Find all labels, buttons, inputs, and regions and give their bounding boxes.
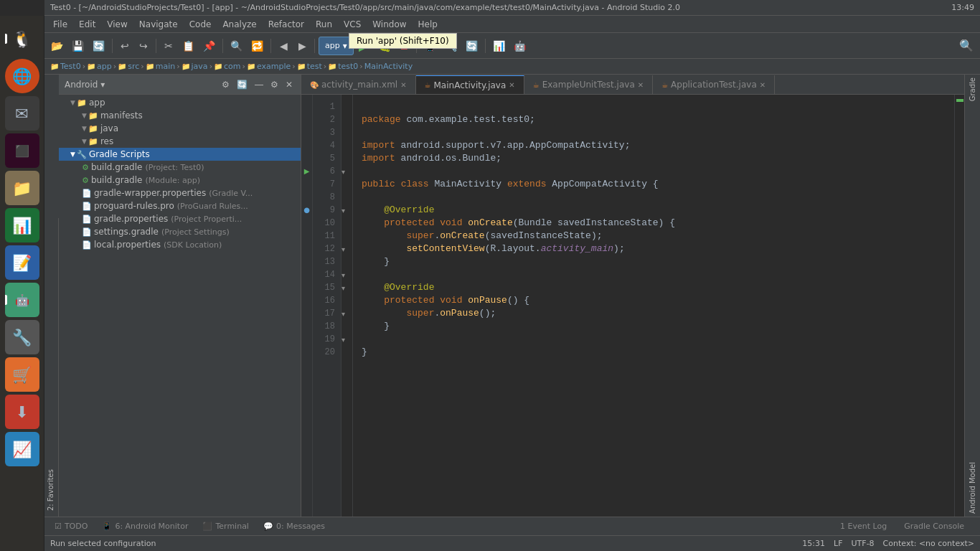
- toolbar-nav-back[interactable]: ◀: [275, 36, 292, 56]
- toolbar-nav-fwd[interactable]: ▶: [293, 36, 311, 56]
- close-apptest[interactable]: ✕: [760, 81, 765, 89]
- menu-edit[interactable]: Edit: [73, 18, 101, 31]
- menu-code[interactable]: Code: [184, 18, 217, 31]
- menu-analyze[interactable]: Analyze: [217, 18, 262, 31]
- toolbar-sdk[interactable]: 🔧: [441, 36, 461, 56]
- toolbar-paste[interactable]: 📌: [199, 36, 219, 56]
- menu-run[interactable]: Run: [310, 18, 338, 31]
- tab-favorites[interactable]: 2: Favorites: [44, 463, 58, 517]
- dock-email[interactable]: ✉: [5, 96, 39, 131]
- breadcrumb-example[interactable]: example: [257, 62, 291, 71]
- dock-android-studio[interactable]: 🤖: [5, 283, 39, 317]
- dock-files[interactable]: 📁: [5, 171, 39, 205]
- menu-navigate[interactable]: Navigate: [133, 18, 184, 31]
- toolbar: 📂 💾 🔄 ↩ ↪ ✂ 📋 📌 🔍 🔁 ◀ ▶ app ▾ ▶ 🐛 ⏹ 📱 🔧 …: [44, 33, 980, 59]
- tree-gradle-properties[interactable]: 📄 gradle.properties (Project Properti...: [59, 212, 301, 225]
- toolbar-profiler[interactable]: 📊: [489, 36, 509, 56]
- dock-terminal[interactable]: ⬛: [5, 133, 39, 168]
- tree-app[interactable]: ▼ 📁 app: [59, 96, 301, 109]
- run-button[interactable]: ▶: [355, 36, 372, 56]
- panel-gear[interactable]: ⚙: [268, 79, 281, 90]
- tree-gradle-scripts[interactable]: ▼ 🔧 Gradle Scripts: [59, 148, 301, 161]
- breadcrumb: 📁 Test0 › 📁 app › 📁 src › 📁 main › 📁 jav…: [44, 59, 980, 75]
- dock-ubuntu[interactable]: 🐧: [5, 22, 39, 56]
- close-exampleunit[interactable]: ✕: [638, 81, 644, 89]
- panel-collapse[interactable]: —: [253, 79, 265, 90]
- breadcrumb-test0[interactable]: Test0: [60, 62, 81, 71]
- breadcrumb-test0-pkg[interactable]: test0: [338, 62, 358, 71]
- panel-sync[interactable]: 🔄: [235, 79, 250, 90]
- event-log-tab[interactable]: 1 Event Log: [833, 520, 894, 532]
- panel-close[interactable]: ✕: [283, 79, 295, 90]
- breadcrumb-main[interactable]: main: [156, 62, 175, 71]
- stop-button[interactable]: ⏹: [395, 36, 413, 56]
- toolbar-avd[interactable]: 📱: [420, 36, 440, 56]
- breadcrumb-com[interactable]: com: [224, 62, 241, 71]
- tree-manifests[interactable]: ▼ 📁 manifests: [59, 109, 301, 122]
- tree-gradle-wrapper[interactable]: 📄 gradle-wrapper.properties (Gradle V...: [59, 187, 301, 199]
- menu-view[interactable]: View: [101, 18, 133, 31]
- menu-window[interactable]: Window: [367, 18, 412, 31]
- menu-help[interactable]: Help: [413, 18, 443, 31]
- toolbar-undo[interactable]: ↩: [116, 36, 133, 56]
- breadcrumb-app[interactable]: app: [97, 62, 112, 71]
- gradle-console-tab[interactable]: Gradle Console: [897, 520, 971, 532]
- tree-res[interactable]: ▼ 📁 res: [59, 135, 301, 148]
- toolbar-redo[interactable]: ↪: [135, 36, 152, 56]
- tree-settings-gradle[interactable]: 📄 settings.gradle (Project Settings): [59, 225, 301, 238]
- toolbar-copy[interactable]: 📋: [179, 36, 198, 56]
- tab-todo[interactable]: ☑ TODO: [47, 520, 95, 532]
- toolbar-open[interactable]: 📂: [47, 36, 67, 56]
- menu-refactor[interactable]: Refactor: [263, 18, 310, 31]
- tab-exampleunit[interactable]: ☕ ExampleUnitTest.java ✕: [524, 75, 653, 94]
- dock-chrome[interactable]: 🌐: [5, 59, 39, 93]
- tab-mainactivity[interactable]: ☕ MainActivity.java ✕: [416, 75, 524, 94]
- main-layout: 1: Project 2: Favorites Android ▾ ⚙ 🔄 — …: [44, 75, 980, 517]
- debug-oncreate-gutter[interactable]: ●: [301, 204, 312, 217]
- dock-settings[interactable]: 🔧: [5, 320, 39, 354]
- tab-android-monitor[interactable]: 📱 6: Android Monitor: [95, 520, 195, 532]
- debug-button[interactable]: 🐛: [374, 36, 394, 56]
- tree-java[interactable]: ▼ 📁 java: [59, 122, 301, 135]
- toolbar-find[interactable]: 🔍: [227, 36, 246, 56]
- close-activity-main[interactable]: ✕: [400, 81, 406, 89]
- toolbar-search-everywhere[interactable]: 🔍: [956, 36, 977, 56]
- tab-activity-main[interactable]: 🎨 activity_main.xml ✕: [301, 75, 416, 94]
- breadcrumb-src[interactable]: src: [128, 62, 139, 71]
- menu-vcs[interactable]: VCS: [338, 18, 367, 31]
- toolbar-cut[interactable]: ✂: [160, 36, 177, 56]
- breadcrumb-test[interactable]: test: [307, 62, 322, 71]
- tab-messages[interactable]: 💬 0: Messages: [256, 520, 332, 532]
- gradle-panel-tab[interactable]: Gradle: [967, 75, 978, 104]
- bottom-bar: ☑ TODO 📱 6: Android Monitor ⬛ Terminal 💬…: [44, 517, 980, 535]
- dock-monitor[interactable]: 📈: [5, 432, 39, 466]
- dock-software[interactable]: 🛒: [5, 357, 39, 392]
- toolbar-sync[interactable]: 🔄: [89, 36, 108, 56]
- tree-build-gradle-project[interactable]: ⚙ build.gradle (Project: Test0): [59, 161, 301, 174]
- toolbar-android[interactable]: 🤖: [510, 36, 529, 56]
- run-class-gutter[interactable]: ▶: [301, 165, 312, 178]
- terminal-icon: ⬛: [202, 522, 212, 531]
- panel-actions: ⚙ 🔄 — ⚙ ✕: [220, 79, 295, 90]
- code-content[interactable]: package com.example.test.test0; import a…: [353, 95, 954, 517]
- toolbar-sync2[interactable]: 🔄: [462, 36, 481, 56]
- toolbar-save[interactable]: 💾: [68, 36, 88, 56]
- breadcrumb-java[interactable]: java: [192, 62, 208, 71]
- tab-terminal[interactable]: ⬛ Terminal: [195, 520, 256, 532]
- close-mainactivity[interactable]: ✕: [509, 81, 514, 89]
- ubuntu-dock: 🐧 🌐 ✉ ⬛ 📁 📊 📝 🤖 🔧 🛒 ⬇ 📈: [0, 16, 44, 551]
- tree-local-properties[interactable]: 📄 local.properties (SDK Location): [59, 238, 301, 251]
- dock-writer[interactable]: 📝: [5, 245, 39, 280]
- android-model-tab[interactable]: Android Model: [967, 459, 978, 517]
- tree-proguard[interactable]: 📄 proguard-rules.pro (ProGuard Rules...: [59, 199, 301, 212]
- menu-file[interactable]: File: [47, 18, 73, 31]
- run-config-dropdown[interactable]: app ▾: [319, 37, 354, 55]
- breadcrumb-mainactivity[interactable]: MainActivity: [364, 62, 413, 71]
- panel-cog[interactable]: ⚙: [220, 79, 232, 90]
- dropdown-arrow: ▾: [343, 41, 347, 51]
- tab-apptest[interactable]: ☕ ApplicationTest.java ✕: [653, 75, 775, 94]
- dock-calc[interactable]: 📊: [5, 208, 39, 242]
- toolbar-replace[interactable]: 🔁: [248, 36, 267, 56]
- dock-transmission[interactable]: ⬇: [5, 395, 39, 429]
- tree-build-gradle-module[interactable]: ⚙ build.gradle (Module: app): [59, 174, 301, 187]
